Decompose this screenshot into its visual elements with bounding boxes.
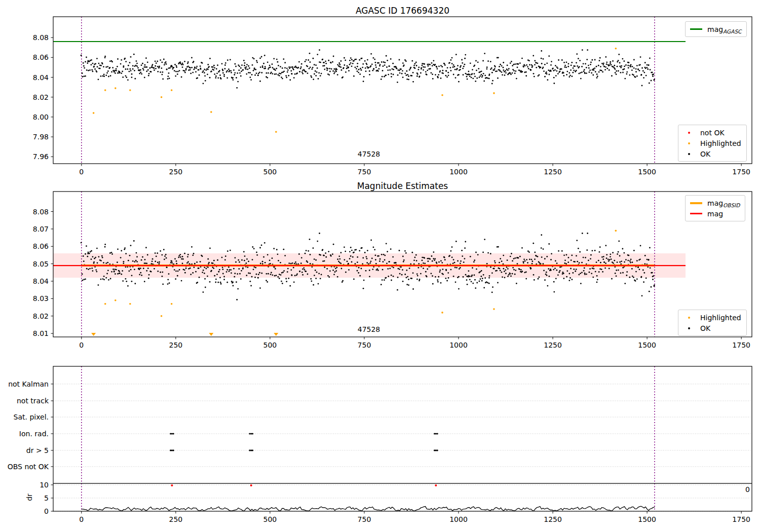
legend-entry: OK — [682, 323, 741, 333]
legend-label-subscript: AGASC — [723, 28, 741, 34]
y-tick-label: 8.02 — [33, 312, 49, 320]
x-tick-label: 500 — [263, 168, 277, 176]
top-panel-title: AGASC ID 176694320 — [53, 6, 752, 16]
legend-label: mag — [707, 210, 723, 218]
x-tick-label: 250 — [169, 515, 182, 523]
flag-event-markers — [170, 433, 438, 451]
x-tick-label: 1750 — [732, 168, 750, 176]
legend-entry: not OK — [682, 127, 741, 138]
y-tick-label: 8.06 — [33, 53, 49, 61]
dr-tick-label: 0 — [44, 507, 49, 515]
x-tick-label: 1000 — [449, 515, 468, 523]
right-clipped-tick-label: 0 — [745, 485, 750, 493]
legend-dot-marker — [682, 153, 696, 155]
legend-dot-marker — [682, 327, 696, 329]
x-tick-label: 750 — [358, 341, 371, 349]
legend-entry: magAGASC — [690, 24, 741, 34]
y-tick-label: 8.08 — [33, 208, 49, 216]
highlighted-scatter — [91, 230, 617, 336]
x-tick-label: 1750 — [732, 341, 750, 349]
panel-frame — [53, 366, 752, 511]
figure: 7.967.988.008.028.048.068.08025050075010… — [0, 0, 760, 532]
y-tick-label: 8.04 — [33, 277, 49, 285]
y-tick-label: 8.07 — [33, 225, 49, 233]
x-tick-label: 500 — [263, 341, 277, 349]
y-tick-label: 8.01 — [33, 329, 49, 337]
legend-entry: magOBSID — [690, 198, 740, 208]
highlighted-scatter — [93, 48, 617, 133]
y-tick-label: 7.96 — [33, 153, 49, 161]
x-tick-label: 1000 — [449, 168, 468, 176]
legend-label: OK — [700, 324, 710, 332]
legend-label-subscript: OBSID — [723, 202, 740, 208]
x-tick-label: 1250 — [544, 168, 562, 176]
y-tick-label: 8.08 — [33, 33, 49, 42]
legend-entry: Highlighted — [682, 312, 741, 323]
panel-frame — [53, 17, 752, 164]
x-tick-label: 1250 — [544, 515, 562, 523]
legend-dot-marker — [682, 142, 696, 144]
offscale-low-marker — [274, 333, 278, 336]
legend-entry: mag — [690, 208, 740, 219]
flag-row-label: dr > 5 — [26, 446, 49, 454]
dr-outlier-markers — [171, 484, 437, 486]
middle-obsid-annotation: 47528 — [318, 325, 420, 333]
flag-row-label: not track — [17, 397, 49, 405]
x-tick-label: 1750 — [732, 515, 750, 523]
flag-row-label: OBS not OK — [8, 463, 49, 471]
x-tick-label: 750 — [358, 515, 371, 523]
legend-entry: OK — [682, 148, 741, 159]
x-tick-label: 500 — [263, 515, 277, 523]
x-tick-label: 1500 — [638, 168, 656, 176]
legend-line-marker — [690, 213, 703, 214]
x-tick-label: 1500 — [638, 341, 656, 349]
top-obsid-annotation: 47528 — [318, 150, 420, 158]
offscale-low-marker — [91, 333, 96, 336]
y-tick-label: 8.06 — [33, 242, 49, 250]
legend-dot-marker — [682, 317, 696, 319]
ok-scatter — [81, 49, 655, 88]
y-tick-label: 8.04 — [33, 73, 49, 82]
dr-tick-label: 5 — [44, 494, 49, 502]
y-tick-label: 8.00 — [33, 113, 49, 121]
legend-label: not OK — [700, 129, 725, 137]
dr-axis-label: dr — [25, 493, 33, 501]
x-tick-label: 250 — [169, 341, 182, 349]
legend-line-marker — [690, 202, 703, 204]
dr-tick-label: 10 — [40, 481, 49, 489]
x-tick-label: 0 — [79, 341, 84, 349]
legend-top-status: not OKHighlightedOK — [678, 125, 747, 162]
legend-entry: Highlighted — [682, 138, 741, 148]
legend-line-marker — [690, 28, 703, 30]
legend-label: magOBSID — [707, 199, 740, 207]
x-tick-label: 1000 — [449, 341, 468, 349]
offscale-low-marker — [209, 333, 213, 336]
legend-label: Highlighted — [700, 314, 741, 322]
dr-trace — [82, 506, 655, 511]
x-tick-label: 750 — [358, 168, 371, 176]
legend-dot-marker — [682, 132, 696, 134]
x-tick-label: 0 — [79, 515, 84, 523]
figure-svg: 7.967.988.008.028.048.068.08025050075010… — [0, 0, 760, 532]
x-tick-label: 0 — [79, 168, 84, 176]
flag-row-label: not Kalman — [8, 380, 49, 388]
legend-mid-lines: magOBSIDmag — [685, 195, 745, 221]
x-tick-label: 250 — [169, 168, 182, 176]
y-tick-label: 8.05 — [33, 260, 49, 268]
y-tick-label: 8.03 — [33, 294, 49, 302]
y-tick-label: 8.02 — [33, 93, 49, 101]
legend-label: magAGASC — [707, 25, 741, 33]
flag-row-label: Ion. rad. — [19, 430, 49, 438]
y-tick-label: 7.98 — [33, 133, 49, 141]
legend-label: Highlighted — [700, 139, 741, 147]
legend-mid-status: HighlightedOK — [678, 310, 747, 336]
x-tick-label: 1500 — [638, 515, 656, 523]
flag-row-label: Sat. pixel. — [14, 413, 49, 421]
flags-dr-panel: not Kalmannot trackSat. pixel.Ion. rad.d… — [8, 366, 752, 523]
x-tick-label: 1250 — [544, 341, 562, 349]
middle-panel-title: Magnitude Estimates — [53, 181, 752, 191]
legend-top-agasc: magAGASC — [685, 21, 747, 37]
legend-label: OK — [700, 150, 710, 158]
